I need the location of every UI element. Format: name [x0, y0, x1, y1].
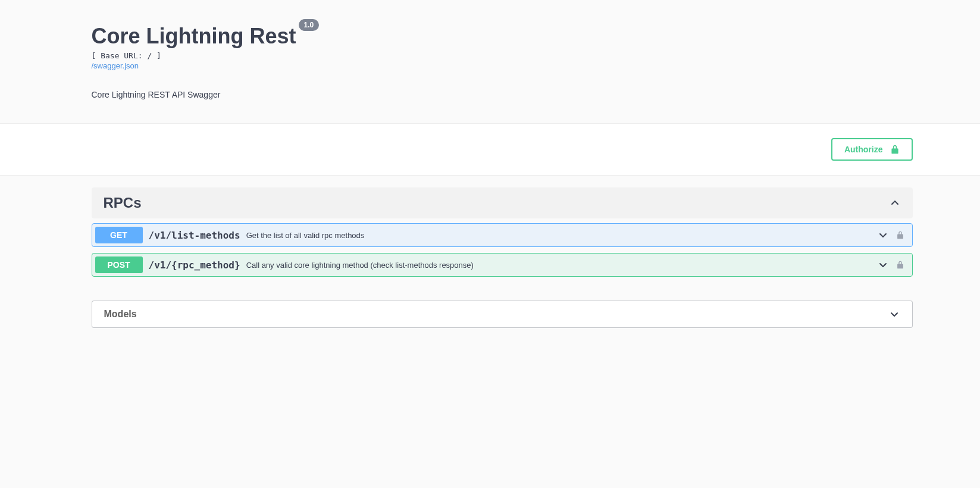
- tag-rpcs[interactable]: RPCs: [92, 187, 913, 218]
- info-header: Core Lightning Rest 1.0 [ Base URL: / ] …: [0, 0, 980, 124]
- authorize-label: Authorize: [844, 145, 883, 154]
- auth-bar: Authorize: [0, 124, 980, 176]
- swagger-json-link[interactable]: /swagger.json: [92, 61, 139, 70]
- chevron-down-icon: [877, 229, 889, 241]
- tag-title: RPCs: [104, 195, 142, 211]
- chevron-down-icon: [877, 259, 889, 271]
- operation-description: Call any valid core lightning method (ch…: [246, 261, 877, 270]
- models-section[interactable]: Models: [92, 301, 913, 328]
- http-method-badge: GET: [95, 227, 143, 243]
- lock-icon[interactable]: [896, 230, 904, 240]
- operation-path: /v1/{rpc_method}: [149, 259, 240, 271]
- api-title: Core Lightning Rest: [92, 24, 296, 49]
- operation-path: /v1/list-methods: [149, 230, 240, 241]
- operation-post-rpc-method[interactable]: POST /v1/{rpc_method} Call any valid cor…: [92, 253, 913, 277]
- models-title: Models: [104, 309, 137, 320]
- version-badge: 1.0: [299, 19, 320, 31]
- operation-description: Get the list of all valid rpc methods: [246, 231, 877, 240]
- authorize-button[interactable]: Authorize: [831, 138, 913, 161]
- chevron-down-icon: [888, 308, 900, 320]
- lock-icon: [890, 144, 900, 155]
- lock-icon[interactable]: [896, 260, 904, 270]
- base-url: [ Base URL: / ]: [92, 51, 913, 60]
- api-description: Core Lightning REST API Swagger: [92, 90, 913, 99]
- operation-get-list-methods[interactable]: GET /v1/list-methods Get the list of all…: [92, 223, 913, 247]
- http-method-badge: POST: [95, 256, 143, 273]
- chevron-up-icon: [889, 197, 901, 209]
